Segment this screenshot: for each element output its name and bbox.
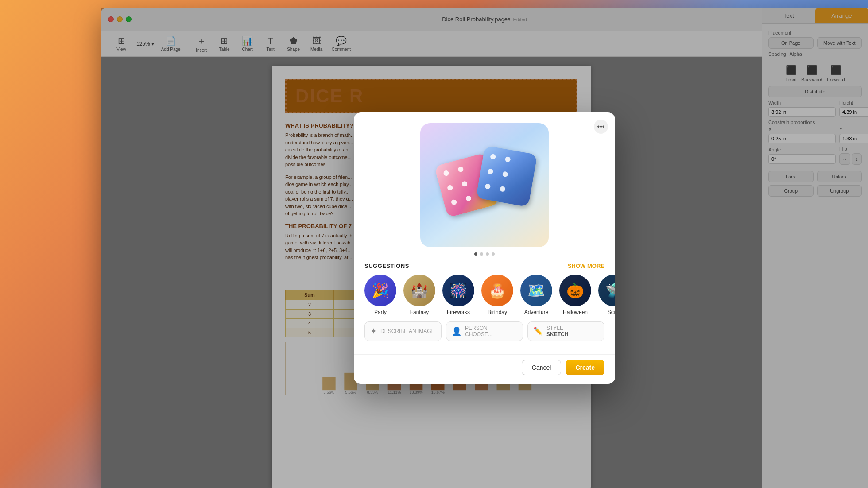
- suggestion-party[interactable]: 🎉 Party: [364, 275, 396, 315]
- carousel-dot-1[interactable]: [474, 252, 477, 256]
- halloween-icon: 🎃: [559, 275, 591, 306]
- carousel-dot-2[interactable]: [480, 252, 483, 256]
- suggestions-section: SUGGESTIONS SHOW MORE 🎉 Party 🏰 Fantasy: [354, 263, 615, 354]
- style-label: STYLE: [546, 325, 568, 331]
- dot: [443, 170, 450, 176]
- create-button[interactable]: Create: [566, 360, 604, 375]
- dice-blue: [476, 145, 537, 207]
- dot: [502, 171, 508, 177]
- person-icon: 👤: [452, 326, 461, 336]
- dice-illustration: [431, 136, 538, 234]
- style-field[interactable]: ✏️ STYLE SKETCH: [527, 321, 604, 341]
- fantasy-icon: 🏰: [403, 275, 435, 306]
- dot: [465, 195, 472, 201]
- adventure-icon: 🗺️: [520, 275, 552, 306]
- dot: [487, 168, 493, 174]
- person-label: PERSON: [465, 325, 492, 331]
- scifi-label: Sci-Fi: [608, 309, 615, 315]
- dot: [447, 184, 453, 191]
- dot: [461, 180, 468, 187]
- carousel-dots: [474, 252, 495, 256]
- suggestion-fireworks[interactable]: 🎆 Fireworks: [442, 275, 474, 315]
- party-label: Party: [374, 309, 387, 315]
- adventure-label: Adventure: [524, 309, 549, 315]
- dot: [490, 154, 496, 160]
- suggestion-scifi[interactable]: 🛸 Sci-Fi: [598, 275, 615, 315]
- describe-image-field[interactable]: ✦ DESCRIBE AN IMAGE: [364, 321, 442, 341]
- dot: [451, 199, 457, 205]
- describe-label: DESCRIBE AN IMAGE: [380, 328, 435, 334]
- modal-image-section: [354, 112, 615, 263]
- suggestion-birthday[interactable]: 🎂 Birthday: [481, 275, 513, 315]
- macos-window: Dice Roll Probability.pages Edited ⊞ Vie…: [101, 8, 868, 488]
- birthday-icon: 🎂: [481, 275, 513, 306]
- suggestion-adventure[interactable]: 🗺️ Adventure: [520, 275, 552, 315]
- style-value: SKETCH: [546, 331, 568, 337]
- scifi-icon: 🛸: [598, 275, 615, 306]
- dot: [457, 166, 464, 172]
- suggestions-grid: 🎉 Party 🏰 Fantasy 🎆 Fireworks: [364, 275, 604, 315]
- person-sublabel: CHOOSE...: [465, 331, 492, 337]
- image-generation-modal: •••: [354, 112, 615, 384]
- suggestions-header: SUGGESTIONS SHOW MORE: [364, 263, 604, 269]
- party-icon: 🎉: [364, 275, 396, 306]
- describe-icon: ✦: [370, 326, 377, 336]
- input-fields-row: ✦ DESCRIBE AN IMAGE 👤 PERSON CHOOSE... ✏…: [364, 321, 604, 341]
- suggestions-title: SUGGESTIONS: [364, 263, 409, 269]
- suggestion-fantasy[interactable]: 🏰 Fantasy: [403, 275, 435, 315]
- more-icon: •••: [597, 123, 605, 131]
- modal-overlay: •••: [101, 8, 868, 488]
- halloween-label: Halloween: [563, 309, 588, 315]
- more-options-button[interactable]: •••: [594, 120, 608, 134]
- dot: [505, 156, 511, 162]
- suggestion-halloween[interactable]: 🎃 Halloween: [559, 275, 591, 315]
- modal-preview-image: [420, 123, 549, 247]
- carousel-dot-3[interactable]: [486, 252, 489, 256]
- person-field[interactable]: 👤 PERSON CHOOSE...: [446, 321, 523, 341]
- birthday-label: Birthday: [488, 309, 507, 315]
- carousel-dot-4[interactable]: [492, 252, 495, 256]
- fireworks-icon: 🎆: [442, 275, 474, 306]
- dot: [500, 186, 506, 192]
- cancel-button[interactable]: Cancel: [522, 360, 562, 375]
- show-more-button[interactable]: SHOW MORE: [568, 263, 604, 269]
- dot: [484, 183, 491, 189]
- fantasy-label: Fantasy: [410, 309, 429, 315]
- style-icon: ✏️: [533, 326, 543, 336]
- fireworks-label: Fireworks: [447, 309, 470, 315]
- modal-footer: Cancel Create: [354, 354, 615, 384]
